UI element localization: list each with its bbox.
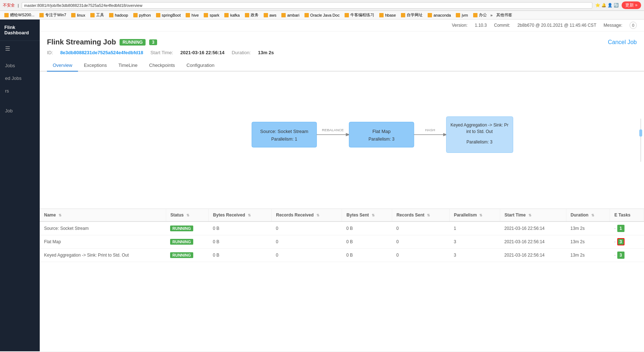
tab-overview[interactable]: Overview bbox=[47, 60, 78, 72]
row-bytes-sent-0: 0 B bbox=[342, 222, 392, 235]
row-bytes-sent-2: 0 B bbox=[342, 249, 392, 262]
col-bytes-sent: Bytes Sent ⇅ bbox=[342, 209, 392, 222]
job-header: Flink Streaming Job RUNNING 3 Cancel Job… bbox=[40, 31, 644, 60]
bookmark-zhengwu[interactable]: 政务 bbox=[243, 12, 260, 18]
bookmark-hadoop[interactable]: hadoop bbox=[108, 13, 130, 18]
browser-icons: ⭐ 🔔 👤 🔄 bbox=[595, 3, 619, 8]
col-bytes-received: Bytes Received ⇅ bbox=[208, 209, 271, 222]
cancel-job-button[interactable]: Cancel Job bbox=[608, 39, 637, 46]
bookmark-spark[interactable]: spark bbox=[202, 13, 221, 18]
bookmark-oracle[interactable]: Oracle Java Doc bbox=[303, 13, 341, 18]
svg-text:Parallelism: 3: Parallelism: 3 bbox=[368, 137, 394, 142]
bookmark-tools[interactable]: 工具 bbox=[89, 12, 105, 18]
col-start-time: Start Time ⇅ bbox=[500, 209, 566, 222]
svg-text:Keyed Aggregation -> Sink: Pr: Keyed Aggregation -> Sink: Pr bbox=[450, 123, 508, 128]
bookmark-kafka[interactable]: kafka bbox=[223, 13, 241, 18]
row-name-0[interactable]: Source: Socket Stream bbox=[40, 222, 166, 235]
svg-text:REBALANCE: REBALANCE bbox=[322, 128, 344, 132]
bookmark-linux[interactable]: linux bbox=[70, 13, 87, 18]
row-parallelism-2: 3 bbox=[449, 249, 500, 262]
svg-text:HASH: HASH bbox=[425, 128, 435, 132]
sidebar-header: Flink Dashboard bbox=[0, 20, 40, 41]
table-header-row: Name ⇅ Status ⇅ Bytes Received ⇅ Records… bbox=[40, 209, 644, 222]
bookmark-win7[interactable]: 专注于Win7 bbox=[38, 12, 68, 18]
sidebar-item-jobs[interactable]: Jobs bbox=[0, 59, 40, 72]
message-badge: 0 bbox=[630, 22, 637, 29]
row-bytes-received-0: 0 B bbox=[208, 222, 271, 235]
start-label: Start Time: bbox=[150, 50, 173, 55]
tab-timeline[interactable]: TimeLine bbox=[113, 60, 143, 72]
col-status: Status ⇅ bbox=[166, 209, 208, 222]
row-start-time-1: 2021-03-16 22:56:14 bbox=[500, 235, 566, 249]
job-id-value: 8e3db8088231de7525a524e4fedbfd18 bbox=[60, 50, 143, 55]
bookmark-office[interactable]: 办公 bbox=[472, 12, 488, 18]
row-name-1[interactable]: Flat Map bbox=[40, 235, 166, 249]
job-task-count: 3 bbox=[149, 39, 157, 45]
row-records-received-0: 0 bbox=[272, 222, 342, 235]
jobs-table: Name ⇅ Status ⇅ Bytes Received ⇅ Records… bbox=[40, 209, 644, 262]
row-records-sent-0: 0 bbox=[392, 222, 449, 235]
row-parallelism-1: 3 bbox=[449, 235, 500, 249]
update-button[interactable]: 更新 » bbox=[622, 1, 641, 9]
bookmark-springboot[interactable]: springBoot bbox=[155, 13, 182, 18]
bookmark-aws[interactable]: aws bbox=[262, 13, 278, 18]
bookmark-ambari[interactable]: ambari bbox=[280, 13, 301, 18]
duration-value: 13m 2s bbox=[258, 50, 274, 55]
browser-bar: 不安全 | master:8081/#/job/8e3db8088231de75… bbox=[0, 0, 644, 11]
row-parallelism-0: 1 bbox=[449, 222, 500, 235]
row-records-received-1: 0 bbox=[272, 235, 342, 249]
bookmark-niuke[interactable]: 牛客编程练习 bbox=[343, 12, 376, 18]
tab-exceptions[interactable]: Exceptions bbox=[78, 60, 113, 72]
bookmarks-bar: 赠给WS200... 专注于Win7 linux 工具 hadoop pytho… bbox=[0, 11, 644, 20]
svg-rect-5 bbox=[349, 122, 414, 147]
sidebar-nav: Jobs ed Jobs rs Job bbox=[0, 56, 40, 351]
app-container: Flink Dashboard ☰ Jobs ed Jobs rs Job Ve… bbox=[0, 20, 644, 351]
row-status-2: RUNNING bbox=[166, 249, 208, 262]
row-duration-0: 13m 2s bbox=[566, 222, 610, 235]
bookmark-jvm[interactable]: jvm bbox=[454, 13, 469, 18]
job-status-badge: RUNNING bbox=[120, 39, 146, 46]
sidebar-item-job[interactable]: Job bbox=[0, 104, 40, 117]
graph-scrollbar[interactable] bbox=[640, 119, 641, 162]
col-records-received: Records Received ⇅ bbox=[272, 209, 342, 222]
bookmark-python[interactable]: python bbox=[132, 13, 152, 18]
row-records-sent-1: 0 bbox=[392, 235, 449, 249]
row-start-time-0: 2021-03-16 22:56:14 bbox=[500, 222, 566, 235]
graph-area: Source: Socket Stream Parallelism: 1 REB… bbox=[40, 72, 644, 209]
sidebar-item-completed-jobs[interactable]: ed Jobs bbox=[0, 72, 40, 85]
bookmark-hive[interactable]: hive bbox=[184, 13, 200, 18]
tab-configuration[interactable]: Configuration bbox=[181, 60, 220, 72]
sidebar-toggle[interactable]: ☰ bbox=[0, 41, 40, 56]
row-bytes-received-1: 0 B bbox=[208, 235, 271, 249]
row-duration-1: 13m 2s bbox=[566, 235, 610, 249]
bookmark-anaconda[interactable]: anaconda bbox=[426, 13, 452, 18]
bookmark-other[interactable]: 其他书签 bbox=[495, 12, 514, 18]
row-tasks-0: - 1 bbox=[610, 222, 644, 235]
job-graph-svg: Source: Socket Stream Parallelism: 1 REB… bbox=[40, 72, 644, 209]
top-info-bar: Version: 1.10.3 Commit: 2b8b670 @ 20.01.… bbox=[40, 20, 644, 31]
job-title-row: Flink Streaming Job RUNNING 3 Cancel Job bbox=[47, 38, 637, 46]
job-meta: ID: 8e3db8088231de7525a524e4fedbfd18 Sta… bbox=[47, 50, 637, 55]
version-value: 1.10.3 bbox=[475, 23, 487, 28]
bookmark-hbase[interactable]: hbase bbox=[378, 13, 397, 18]
app-title: Flink Dashboard bbox=[4, 25, 29, 35]
tab-checkpoints[interactable]: Checkpoints bbox=[143, 60, 181, 72]
table-area: Name ⇅ Status ⇅ Bytes Received ⇅ Records… bbox=[40, 209, 644, 351]
url-bar[interactable]: master:8081/#/job/8e3db8088231de7525a524… bbox=[22, 2, 592, 9]
sidebar-item-empty[interactable] bbox=[0, 97, 40, 104]
job-title: Flink Streaming Job bbox=[47, 38, 116, 46]
separator: | bbox=[18, 3, 19, 8]
row-name-2[interactable]: Keyed Aggregation -> Sink: Print to Std.… bbox=[40, 249, 166, 262]
bookmark-study[interactable]: 自学网址 bbox=[399, 12, 424, 18]
row-bytes-received-2: 0 B bbox=[208, 249, 271, 262]
bookmark-ws200[interactable]: 赠给WS200... bbox=[3, 12, 36, 18]
sidebar: Flink Dashboard ☰ Jobs ed Jobs rs Job bbox=[0, 20, 40, 351]
message-label: Message: bbox=[604, 23, 622, 28]
tabs: Overview Exceptions TimeLine Checkpoints… bbox=[40, 60, 644, 72]
security-warning: 不安全 bbox=[3, 3, 15, 8]
row-tasks-1: - 3 bbox=[610, 235, 644, 249]
row-tasks-2: - 3 bbox=[610, 249, 644, 262]
sidebar-item-taskmanagers[interactable]: rs bbox=[0, 85, 40, 97]
svg-text:int to Std. Out: int to Std. Out bbox=[466, 129, 493, 134]
table-row: Source: Socket Stream RUNNING 0 B 0 0 B … bbox=[40, 222, 644, 235]
